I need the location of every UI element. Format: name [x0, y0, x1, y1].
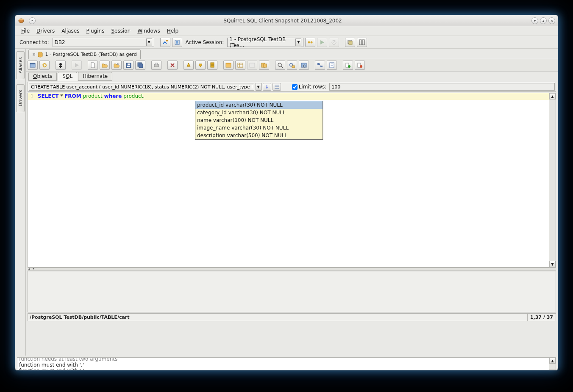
chevron-down-icon[interactable]: ▼ [256, 83, 261, 91]
completion-item[interactable]: name varchar(100) NOT NULL [195, 116, 323, 124]
results-panel [28, 271, 556, 312]
connect-to-value: DB2 [55, 39, 146, 45]
connect-to-combo[interactable]: DB2 ▼ [53, 38, 154, 47]
completion-item[interactable]: image_name varchar(30) NOT NULL [195, 124, 323, 132]
maximize-button[interactable]: ▴ [540, 17, 547, 24]
svg-rect-52 [317, 63, 320, 65]
svg-rect-34 [211, 63, 214, 64]
menu-plugins[interactable]: Plugins [83, 27, 108, 35]
save-all-icon[interactable] [135, 61, 145, 70]
code-completion-popup[interactable]: product_id varchar(30) NOT NULL category… [195, 101, 323, 140]
app-icon [18, 17, 25, 24]
prev-icon[interactable] [184, 61, 194, 70]
svg-point-5 [308, 41, 310, 43]
menu-aliases[interactable]: Aliases [58, 27, 83, 35]
commit-icon[interactable] [305, 38, 315, 47]
tile-icon[interactable] [357, 38, 367, 47]
script-icon[interactable] [327, 61, 337, 70]
open-icon[interactable] [100, 61, 110, 70]
connect-icon[interactable] [160, 38, 170, 47]
titlebar: • SQuirreL SQL Client Snapshot-20121008_… [15, 15, 558, 26]
delete-icon[interactable] [167, 61, 178, 70]
sql-editor[interactable]: 1 SELECT * FROM product where product. p… [28, 93, 556, 268]
validate-off-icon[interactable] [355, 61, 365, 70]
session-tab[interactable]: × 1 - PostgreSQL TestDB (TestDB) as gerd [28, 50, 141, 59]
log-scrollbar[interactable]: ▲ ▼ [549, 358, 556, 370]
insert-down-icon[interactable]: ↓ [263, 83, 271, 91]
svg-rect-16 [30, 63, 35, 64]
active-session-combo[interactable]: 1 - PostgreSQL TestDB (Tes... ▼ [227, 38, 303, 47]
message-log-panel: function needs at least two arguments fu… [17, 357, 556, 370]
svg-rect-36 [211, 66, 214, 67]
menu-drivers[interactable]: Drivers [33, 27, 58, 35]
list-icon[interactable] [273, 83, 281, 91]
find-replace-icon[interactable] [287, 61, 297, 70]
inner-tab-row: Objects SQL Hibernate [26, 72, 558, 81]
log-line: function must end with ',' [17, 368, 556, 370]
print-icon[interactable] [151, 61, 161, 70]
history-bar: ▼ ↓ Limit rows: [28, 82, 556, 92]
history-icon[interactable] [207, 61, 217, 70]
cascade-icon[interactable] [345, 38, 355, 47]
db-icon [38, 52, 43, 58]
status-caret: 1,37 / 37 [527, 314, 556, 321]
svg-rect-25 [128, 63, 130, 65]
svg-point-18 [59, 63, 62, 66]
split-handle[interactable] [28, 268, 556, 271]
close-icon[interactable]: × [32, 52, 36, 57]
svg-line-54 [320, 64, 320, 66]
limit-rows-input[interactable] [329, 83, 555, 91]
connect-to-label: Connect to: [18, 39, 51, 45]
line-number: 1 [28, 93, 35, 100]
scroll-down-icon[interactable]: ▼ [549, 261, 556, 267]
scroll-up-icon[interactable]: ▲ [549, 93, 556, 99]
new-file-icon[interactable] [88, 61, 98, 70]
find-columns-icon[interactable] [299, 61, 309, 70]
tab-objects[interactable]: Objects [28, 72, 57, 81]
result-grid-icon[interactable] [235, 61, 245, 70]
props-icon[interactable] [28, 61, 38, 70]
drivers-tab[interactable]: Drivers [16, 84, 25, 112]
svg-rect-45 [264, 64, 267, 67]
tab-sql[interactable]: SQL [58, 72, 77, 81]
menubar: File Drivers Aliases Plugins Session Win… [15, 26, 558, 36]
new-session-icon[interactable] [172, 38, 182, 47]
graph-icon[interactable] [315, 61, 325, 70]
svg-marker-21 [75, 63, 79, 67]
menu-file[interactable]: File [18, 27, 33, 35]
limit-rows-checkbox[interactable]: Limit rows: [290, 84, 328, 90]
tab-hibernate[interactable]: Hibernate [78, 72, 112, 81]
menu-session[interactable]: Session [108, 27, 134, 35]
close-button[interactable]: × [548, 17, 555, 24]
validate-on-icon[interactable] [343, 61, 353, 70]
menu-windows[interactable]: Windows [134, 27, 164, 35]
result-export-icon[interactable] [259, 61, 269, 70]
completion-item[interactable]: description varchar(500) NOT NULL [195, 132, 323, 139]
completion-item[interactable]: product_id varchar(30) NOT NULL [195, 101, 323, 109]
chevron-down-icon[interactable]: ▼ [146, 39, 152, 46]
minimize-button[interactable]: ▾ [531, 17, 538, 24]
sql-history-field[interactable] [29, 83, 254, 91]
save-icon[interactable] [123, 61, 134, 70]
chevron-down-icon[interactable]: ▼ [295, 39, 301, 46]
svg-rect-53 [320, 66, 323, 67]
zoom-icon[interactable] [275, 61, 285, 70]
result-new-tab-icon[interactable] [223, 61, 234, 70]
completion-item[interactable]: category_id varchar(30) NOT NULL [195, 109, 323, 116]
svg-marker-7 [320, 40, 324, 44]
window-title: SQuirreL SQL Client Snapshot-20121008_20… [36, 18, 530, 24]
refresh-icon[interactable] [39, 61, 50, 70]
scroll-thumb[interactable] [549, 370, 556, 370]
menu-help[interactable]: Help [164, 27, 182, 35]
editor-scrollbar[interactable]: ▲ ▼ [549, 93, 556, 267]
save-as-icon[interactable] [111, 61, 122, 70]
aliases-tab[interactable]: Aliases [16, 51, 25, 79]
svg-rect-38 [226, 63, 231, 64]
svg-point-22 [117, 63, 119, 65]
active-session-label: Active Session: [184, 39, 226, 45]
next-icon[interactable] [195, 61, 206, 70]
run-sql-icon[interactable] [56, 61, 66, 70]
connect-toolbar: Connect to: DB2 ▼ Active Session: 1 - Po… [15, 36, 558, 49]
editor-line[interactable]: 1 SELECT * FROM product where product. [28, 93, 556, 100]
scroll-up-icon[interactable]: ▲ [549, 358, 556, 364]
